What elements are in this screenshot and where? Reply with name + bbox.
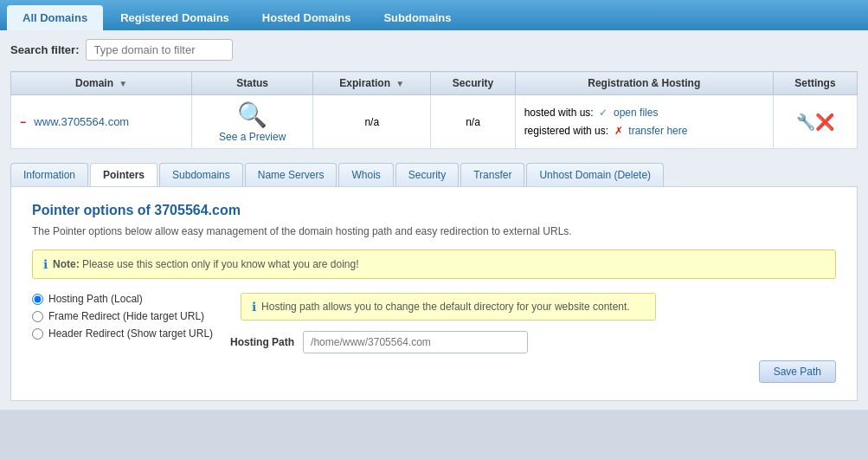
tab-information[interactable]: Information [10, 163, 88, 186]
radio-frame-redirect-input[interactable] [32, 311, 43, 322]
settings-cell: 🔧❌ [773, 95, 857, 149]
tab-registered-domains[interactable]: Registered Domains [105, 5, 245, 30]
radio-hosting-path[interactable]: Hosting Path (Local) [32, 293, 213, 305]
col-domain: Domain ▼ [11, 72, 192, 95]
tab-subdomains-inner[interactable]: Subdomains [159, 163, 243, 186]
hosting-path-label: Hosting Path [230, 336, 294, 348]
col-settings: Settings [773, 72, 857, 95]
hosted-check-icon: ✓ [599, 107, 608, 119]
search-filter-row: Search filter: [10, 39, 858, 61]
radio-header-redirect[interactable]: Header Redirect (Show target URL) [32, 327, 213, 340]
hosting-path-tooltip: ℹ Hosting path allows you to change the … [241, 293, 656, 321]
security-cell: n/a [431, 95, 515, 149]
domain-sort-icon[interactable]: ▼ [119, 79, 127, 88]
hosted-label: hosted with us: [524, 107, 594, 119]
col-security: Security [431, 72, 515, 95]
hosting-path-input[interactable] [303, 331, 528, 353]
domain-table: Domain ▼ Status Expiration ▼ Security Re… [10, 71, 858, 149]
tab-pointers[interactable]: Pointers [90, 163, 158, 186]
preview-icon: 🔍 [201, 100, 304, 129]
hosted-info: hosted with us: ✓ open files registered … [524, 104, 764, 139]
hosting-info-cell: hosted with us: ✓ open files registered … [515, 95, 773, 149]
hosting-path-row: Hosting Path [230, 331, 836, 353]
tab-security[interactable]: Security [395, 163, 459, 186]
expiration-sort-icon[interactable]: ▼ [395, 79, 404, 88]
pointer-panel: Pointer options of 3705564.com The Point… [10, 187, 858, 401]
see-preview-link[interactable]: See a Preview [219, 131, 286, 143]
registered-label: registered with us: [524, 125, 608, 137]
minus-button[interactable]: − [20, 116, 26, 128]
tab-subdomains[interactable]: Subdomains [368, 5, 466, 30]
tooltip-text: Hosting path allows you to change the de… [261, 301, 630, 313]
note-detail: Please use this section only if you know… [82, 258, 359, 270]
inner-tab-bar: Information Pointers Subdomains Name Ser… [10, 154, 858, 187]
col-expiration: Expiration ▼ [313, 72, 431, 95]
tab-name-servers[interactable]: Name Servers [245, 163, 338, 186]
domain-cell: − www.3705564.com [11, 95, 192, 149]
note-info-icon: ℹ [43, 257, 48, 271]
tab-all-domains[interactable]: All Domains [7, 5, 103, 30]
cross-icon: ✗ [614, 125, 623, 137]
tab-unhost-domain[interactable]: Unhost Domain (Delete) [526, 163, 664, 186]
tooltip-info-icon: ℹ [252, 300, 256, 314]
status-cell: 🔍 See a Preview [192, 95, 313, 149]
top-tab-bar: All Domains Registered Domains Hosted Do… [0, 0, 868, 30]
col-registration-hosting: Registration & Hosting [515, 72, 773, 95]
col-status: Status [192, 72, 313, 95]
settings-icon[interactable]: 🔧❌ [796, 113, 834, 131]
pointer-description: The Pointer options below allow easy man… [32, 225, 836, 237]
note-label: Note: Please use this section only if yo… [53, 258, 359, 270]
radio-options: Hosting Path (Local) Frame Redirect (Hid… [32, 293, 213, 340]
search-input[interactable] [86, 39, 233, 61]
radio-hosting-path-input[interactable] [32, 294, 43, 305]
table-row: − www.3705564.com 🔍 See a Preview n/a n/… [11, 95, 858, 149]
note-box: ℹ Note: Please use this section only if … [32, 249, 836, 279]
save-path-button[interactable]: Save Path [759, 360, 836, 383]
expiration-cell: n/a [313, 95, 431, 149]
search-filter-label: Search filter: [10, 43, 79, 56]
main-content: Search filter: Domain ▼ Status Expiratio… [0, 30, 868, 410]
save-row: Save Path [230, 360, 836, 383]
open-files-link[interactable]: open files [614, 107, 658, 119]
tab-transfer[interactable]: Transfer [460, 163, 524, 186]
tab-hosted-domains[interactable]: Hosted Domains [247, 5, 367, 30]
radio-frame-redirect[interactable]: Frame Redirect (Hide target URL) [32, 310, 213, 322]
radio-header-redirect-input[interactable] [32, 328, 43, 340]
pointer-title: Pointer options of 3705564.com [32, 203, 836, 218]
tab-whois[interactable]: Whois [338, 163, 393, 186]
domain-name[interactable]: www.3705564.com [34, 115, 129, 128]
transfer-link[interactable]: transfer here [628, 125, 687, 137]
